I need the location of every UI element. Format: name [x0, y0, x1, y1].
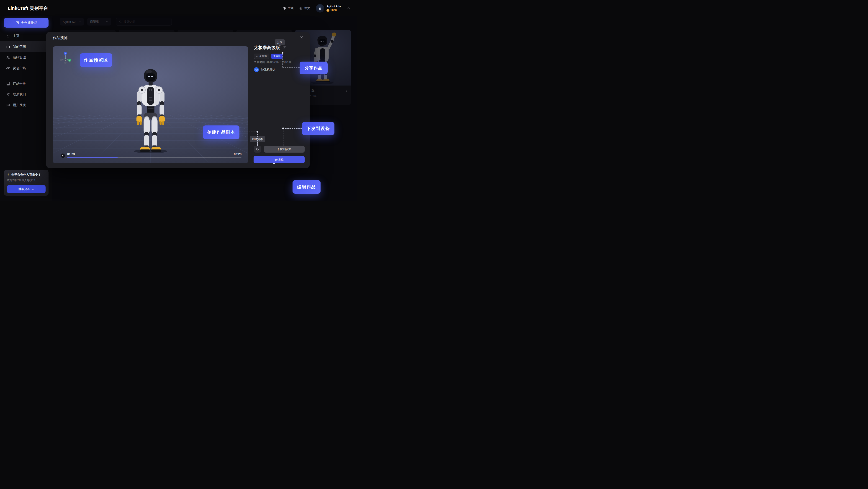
callout-send-to-device: 下发到设备	[302, 122, 335, 135]
progress-bar[interactable]	[67, 157, 242, 158]
modal-title: 作品预览	[53, 36, 67, 40]
sidebar-item-feedback[interactable]: 用户反馈	[0, 100, 53, 110]
theme-label: 主题	[288, 6, 294, 10]
sidebar-item-contact-us[interactable]: 联系我们	[0, 89, 53, 100]
share-icon[interactable]	[282, 46, 286, 50]
sidebar-item-label: 主页	[13, 34, 19, 38]
callout-copy-work: 创建作品副本	[203, 125, 240, 139]
sidebar-item-label: 演绎管理	[13, 55, 26, 60]
updated-timestamp: 更新时间 2020/02/02 12:00:00	[254, 60, 291, 64]
edition-tag: 青春版	[271, 54, 282, 59]
promo-title: 全平台创作人召集令！	[11, 173, 41, 177]
callout-preview-area: 作品预览区	[80, 53, 112, 67]
users-icon	[6, 55, 10, 59]
app-header: LinkCraft 灵创平台 主题 中文 Agibot Ada 5000	[0, 0, 357, 17]
app-logo: LinkCraft 灵创平台	[8, 5, 48, 11]
annotation-dot	[282, 52, 283, 54]
sidebar-item-performance-management[interactable]: 演绎管理	[0, 52, 53, 63]
creator-avatar	[254, 67, 259, 72]
paper-plane-icon	[6, 92, 10, 96]
book-icon	[6, 82, 10, 86]
svg-text:Z: Z	[65, 53, 66, 54]
sidebar-item-label: 联系我们	[13, 92, 26, 96]
home-icon	[6, 34, 10, 38]
coin-icon	[327, 9, 330, 12]
globe-icon	[299, 6, 303, 10]
work-preview-modal: 作品预览	[46, 32, 310, 168]
annotation-line	[282, 67, 300, 67]
annotation-line	[257, 132, 258, 146]
coin-amount: 5000	[331, 9, 337, 12]
sidebar-item-home[interactable]: 主页	[0, 31, 53, 41]
earn-stones-button[interactable]: 赚取灵石 →	[7, 185, 45, 193]
creator-promo-card: 全平台创作人召集令！ 成为首批"机器人导演"！ 赚取灵石 →	[4, 170, 49, 196]
create-new-work-button[interactable]: 创作新作品	[4, 18, 49, 28]
create-icon	[15, 21, 19, 25]
lightning-icon	[7, 173, 10, 176]
theme-icon	[282, 6, 286, 10]
sidebar-item-label: 产品手册	[13, 82, 26, 86]
robot-head-icon	[256, 55, 258, 57]
close-icon[interactable]	[300, 36, 303, 39]
promo-subtitle: 成为首批"机器人导演"！	[7, 178, 45, 182]
model-tag: 灵犀X2	[254, 54, 269, 59]
callout-share-work: 分享作品	[300, 62, 328, 74]
language-label: 中文	[304, 6, 310, 10]
current-time: 01:23	[67, 152, 75, 156]
sidebar-item-my-space[interactable]: 我的空间	[0, 41, 53, 52]
annotation-line	[283, 128, 283, 146]
svg-text:Y: Y	[65, 60, 66, 61]
annotation-line	[240, 132, 257, 132]
user-name: Agibot Ada	[327, 5, 341, 8]
coin-balance: 5000	[327, 9, 341, 12]
progress-fill	[67, 157, 118, 158]
sidebar-item-product-manual[interactable]: 产品手册	[0, 78, 53, 89]
sidebar-item-plaza[interactable]: 灵创广场	[0, 63, 53, 74]
callout-edit-work: 编辑作品	[292, 180, 320, 194]
annotation-line	[282, 54, 283, 67]
user-menu[interactable]: Agibot Ada 5000	[316, 4, 341, 12]
theme-toggle[interactable]: 主题	[282, 6, 294, 10]
total-time: 03:23	[234, 152, 242, 156]
svg-text:X: X	[69, 60, 70, 61]
user-avatar	[316, 4, 324, 12]
play-icon	[62, 154, 64, 157]
copy-work-button[interactable]	[254, 146, 261, 152]
work-title: 太极拳高级版	[254, 45, 280, 51]
copy-icon	[256, 148, 259, 151]
play-button[interactable]	[61, 153, 65, 158]
sidebar: 创作新作品 主页 我的空间 演绎管理 灵创广场	[0, 17, 53, 201]
sidebar-item-label: 我的空间	[13, 45, 26, 49]
annotation-line	[274, 187, 292, 187]
sidebar-item-label: 用户反馈	[13, 103, 26, 107]
creator-name: 智元机器人	[261, 68, 276, 72]
annotation-line	[274, 163, 274, 187]
create-button-label: 创作新作品	[21, 21, 37, 25]
language-switcher[interactable]: 中文	[299, 6, 310, 10]
go-edit-button[interactable]: 去编辑	[254, 156, 305, 163]
sidebar-item-label: 灵创广场	[13, 66, 26, 70]
send-to-device-button[interactable]: 下发到设备	[264, 146, 305, 152]
annotation-line	[283, 128, 302, 128]
creator-row[interactable]: 智元机器人	[254, 67, 276, 72]
folder-icon	[6, 45, 10, 49]
planet-icon	[6, 66, 10, 70]
chat-bubble-icon	[6, 103, 10, 107]
chevron-up-icon[interactable]	[347, 6, 350, 10]
axis-gizmo[interactable]: Z X Y	[59, 51, 72, 64]
share-tooltip: 分享	[275, 39, 285, 46]
robot-3d-model	[121, 67, 180, 154]
